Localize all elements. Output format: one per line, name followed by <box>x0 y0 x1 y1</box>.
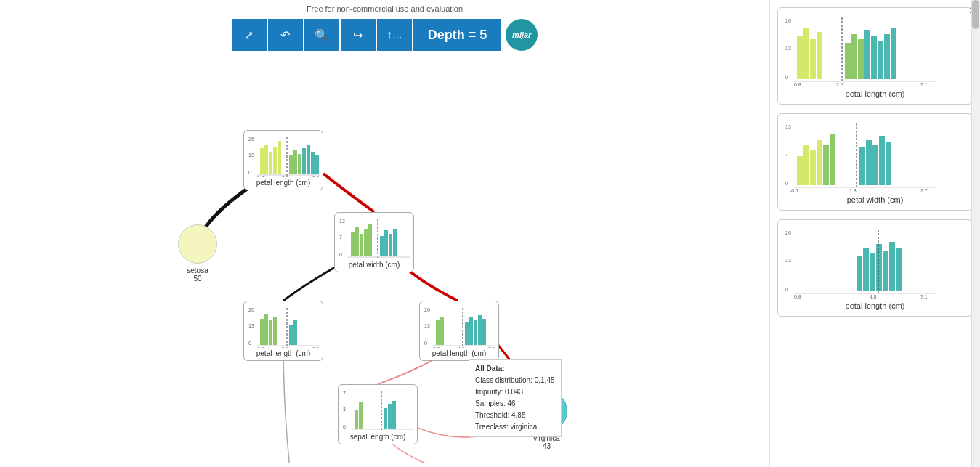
svg-text:2.5: 2.5 <box>282 176 289 177</box>
tooltip: All Data: Class distribution: 0,1,45 Imp… <box>469 359 562 437</box>
svg-rect-59 <box>474 320 477 345</box>
svg-text:0: 0 <box>785 75 788 80</box>
svg-rect-112 <box>879 136 885 185</box>
svg-rect-103 <box>803 145 809 185</box>
svg-rect-60 <box>478 315 482 345</box>
svg-text:13: 13 <box>248 323 254 328</box>
tooltip-line-4: Threshold: 4.85 <box>475 410 555 421</box>
svg-rect-31 <box>389 234 392 256</box>
svg-rect-111 <box>872 145 878 185</box>
svg-text:5.0: 5.0 <box>282 346 289 348</box>
curve-button[interactable]: ↶ <box>268 19 303 51</box>
svg-text:0.8: 0.8 <box>794 294 801 299</box>
panel-histogram-3: 26 13 0 0.8 4.8 7.1 <box>784 226 966 299</box>
svg-rect-43 <box>273 317 277 345</box>
svg-text:13: 13 <box>785 258 791 263</box>
svg-rect-107 <box>830 134 835 185</box>
node-sepal-len[interactable]: 7 3 0 4.1 6.0 8.1 sepal length (cm) <box>338 384 418 444</box>
svg-rect-24 <box>355 227 359 256</box>
petal-len-right-chart: 26 13 0 0.8 4.6 7.1 <box>423 304 495 348</box>
panel-label-1: petal length (cm) <box>784 89 966 98</box>
tooltip-line-1: Class distribution: 0,1,45 <box>475 375 555 386</box>
panel-histogram-2: 13 7 0 -0.1 1.8 <box>784 120 966 192</box>
fit-button[interactable]: ⤢ <box>232 19 267 51</box>
svg-text:4.8: 4.8 <box>870 294 877 299</box>
sepal-len-histogram: 7 3 0 4.1 6.0 8.1 <box>341 388 414 431</box>
svg-text:0: 0 <box>248 170 251 175</box>
svg-rect-45 <box>289 325 293 345</box>
svg-rect-5 <box>269 152 272 174</box>
scrollbar-track <box>971 0 980 467</box>
svg-rect-87 <box>845 43 851 79</box>
svg-text:12: 12 <box>339 219 345 224</box>
svg-text:0.8: 0.8 <box>433 346 440 348</box>
svg-rect-61 <box>482 319 486 345</box>
scrollbar-thumb[interactable] <box>972 0 979 29</box>
svg-text:0: 0 <box>785 287 788 292</box>
svg-rect-109 <box>859 147 865 185</box>
panel-histogram-1: 26 13 0 0.8 2.5 <box>784 14 966 86</box>
svg-text:7: 7 <box>343 391 346 396</box>
svg-rect-121 <box>857 256 862 291</box>
svg-text:7.1: 7.1 <box>920 82 928 86</box>
svg-rect-40 <box>260 319 264 345</box>
svg-text:0: 0 <box>343 424 346 429</box>
svg-text:1.8: 1.8 <box>849 188 857 192</box>
svg-text:0: 0 <box>785 181 788 186</box>
svg-rect-94 <box>891 28 896 79</box>
tree-canvas: 26 13 0 <box>0 54 769 463</box>
svg-rect-10 <box>293 150 297 174</box>
svg-rect-29 <box>380 236 384 256</box>
arrow-right-button[interactable]: ↪ <box>341 19 376 51</box>
svg-text:2.7: 2.7 <box>403 258 410 259</box>
svg-rect-82 <box>797 36 803 79</box>
svg-text:0: 0 <box>424 341 427 346</box>
logo: mljar <box>506 19 538 51</box>
toolbar: ⤢ ↶ 🔍 ↪ ↑... Depth = 5 mljar <box>232 19 538 51</box>
arrow-up-button[interactable]: ↑... <box>377 19 412 51</box>
svg-text:7.1: 7.1 <box>488 346 495 348</box>
svg-text:26: 26 <box>248 137 254 142</box>
svg-text:7: 7 <box>339 235 342 240</box>
petal-width-chart: 12 7 0 -0.1 1.8 2. <box>338 216 410 259</box>
svg-rect-84 <box>810 39 816 79</box>
petal-width-label: petal width (cm) <box>338 261 410 269</box>
svg-text:0.8: 0.8 <box>257 346 264 348</box>
svg-rect-69 <box>355 410 358 429</box>
petal-len-right-label: petal length (cm) <box>423 349 495 357</box>
curve-icon: ↶ <box>280 28 290 42</box>
svg-rect-54 <box>436 320 440 345</box>
svg-rect-46 <box>293 320 297 345</box>
svg-text:8.1: 8.1 <box>407 430 414 431</box>
node-petal-width[interactable]: 12 7 0 -0.1 1.8 2. <box>334 212 414 272</box>
svg-text:1.8: 1.8 <box>373 258 380 259</box>
node-root[interactable]: 26 13 0 <box>243 130 323 190</box>
search-button[interactable]: 🔍 <box>304 19 339 51</box>
svg-text:6.0: 6.0 <box>376 430 384 431</box>
svg-rect-57 <box>465 322 469 345</box>
svg-rect-4 <box>264 145 268 174</box>
node-petal-len-right[interactable]: 26 13 0 0.8 4.6 7.1 petal len <box>419 301 499 361</box>
svg-rect-124 <box>876 244 882 291</box>
panel-label-3: petal length (cm) <box>784 301 966 310</box>
svg-text:26: 26 <box>248 307 254 312</box>
arrow-right-icon: ↪ <box>353 28 363 42</box>
depth-display: Depth = 5 <box>413 19 502 51</box>
svg-text:0.8: 0.8 <box>794 82 801 86</box>
root-label: petal length (cm) <box>247 179 320 187</box>
svg-text:26: 26 <box>785 18 791 23</box>
svg-text:0.8: 0.8 <box>257 176 264 177</box>
svg-rect-26 <box>364 229 368 256</box>
tooltip-title: All Data: <box>475 363 555 375</box>
svg-rect-110 <box>866 140 872 185</box>
fit-icon: ⤢ <box>244 28 254 42</box>
tooltip-line-2: Impurity: 0.043 <box>475 386 555 398</box>
circle-setosa[interactable] <box>178 224 217 264</box>
svg-text:-0.1: -0.1 <box>790 188 798 192</box>
node-petal-len-left[interactable]: 26 13 0 0.8 5.0 7.1 petal length (cm) <box>243 301 323 361</box>
svg-rect-27 <box>368 224 372 256</box>
svg-rect-74 <box>392 401 396 429</box>
petal-width-histogram: 12 7 0 -0.1 1.8 2. <box>338 216 410 259</box>
svg-rect-42 <box>269 320 272 345</box>
svg-text:2.5: 2.5 <box>836 82 843 86</box>
